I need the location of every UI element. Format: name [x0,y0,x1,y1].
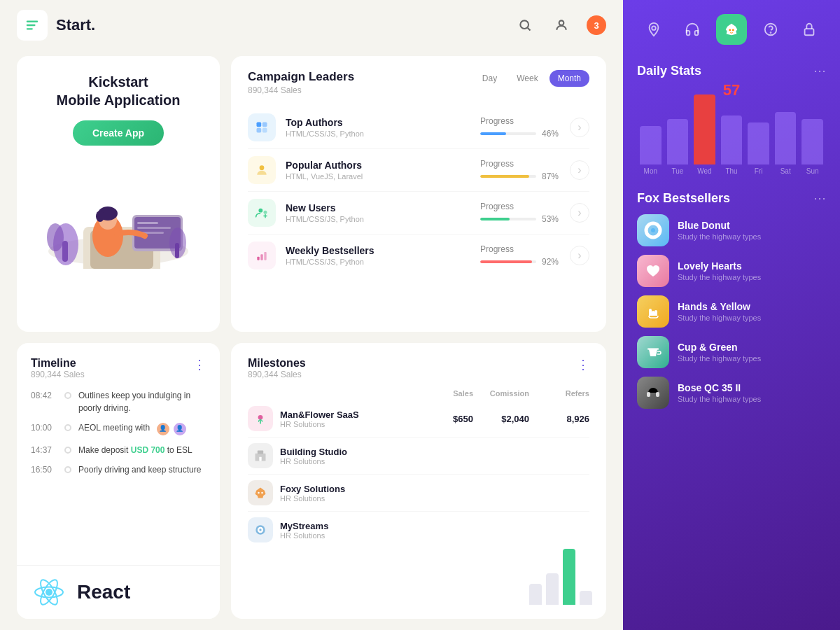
timeline-item-1: 08:42 Outlines keep you indulging in poo… [31,389,206,414]
weekly-bestsellers-progress: Progress 92% [480,244,564,267]
tab-week[interactable]: Week [508,70,546,87]
svg-rect-32 [264,252,266,260]
svg-line-4 [528,28,531,31]
svg-rect-56 [656,392,659,397]
weekly-bestsellers-arrow[interactable]: › [570,246,589,265]
timeline-card: Timeline 890,344 Sales ⋮ 08:42 Outlines … [17,343,220,619]
notification-badge[interactable]: 3 [587,15,606,35]
milestones-more-button[interactable]: ⋮ [577,357,589,372]
sidebar-icon-question[interactable] [755,14,786,45]
campaign-row-weekly-bestsellers: Weekly Bestsellers HTML/CSS/JS, Python P… [248,234,589,276]
svg-rect-51 [805,29,814,35]
tab-month[interactable]: Month [550,70,589,87]
user-icon[interactable] [550,14,573,36]
popular-authors-arrow[interactable]: › [570,160,589,180]
top-authors-progress: Progress 46% [480,116,564,139]
svg-point-27 [260,165,265,170]
svg-rect-39 [258,451,263,454]
lovely-hearts-thumb [637,255,669,287]
sidebar-icon-fox[interactable] [716,14,747,45]
popular-authors-tech: HTML, VueJS, Laravel [286,172,480,181]
top-authors-info: Top Authors HTML/CSS/JS, Python [286,117,480,138]
top-authors-tech: HTML/CSS/JS, Python [286,130,480,138]
bar-sun: Sun [802,119,823,175]
top-authors-arrow[interactable]: › [570,118,589,137]
svg-rect-22 [175,243,179,258]
top-authors-name: Top Authors [286,117,480,128]
weekly-bestsellers-icon [248,241,276,270]
create-app-button[interactable]: Create App [73,120,164,146]
svg-point-41 [258,492,260,494]
fb-item-bose-qc35[interactable]: Bose QC 35 II Study the highway types [637,377,826,409]
right-sidebar: Daily Stats ⋯ 57 Mon Tue Wed Thu [623,0,840,630]
campaign-info: Campaign Leaders 890,344 Sales [248,70,354,95]
campaign-row-new-users: New Users HTML/CSS/JS, Python Progress 5… [248,192,589,234]
fb-item-hands-yellow[interactable]: Hands & Yellow Study the highway types [637,295,826,328]
svg-point-46 [652,26,656,30]
top-authors-icon [248,113,276,141]
daily-stats-chart: Mon Tue Wed Thu Fri Sat [637,105,826,175]
campaign-title: Campaign Leaders [248,70,354,84]
fox-bestsellers-title: Fox Bestsellers [637,191,730,206]
svg-rect-14 [137,222,158,224]
weekly-bestsellers-tech: HTML/CSS/JS, Python [286,258,480,266]
tab-day[interactable]: Day [474,70,505,87]
bose-qc35-thumb [637,377,669,409]
fox-bestsellers-header: Fox Bestsellers ⋯ [637,190,826,206]
milestones-col-headers: Sales Comission Refers [248,389,589,398]
svg-rect-23 [257,122,262,127]
timeline-item-4: 16:50 Poorly driving and keep structure [31,463,206,476]
daily-stats-more[interactable]: ⋯ [813,63,826,78]
campaign-header: Campaign Leaders 890,344 Sales Day Week … [248,70,589,95]
popular-authors-info: Popular Authors HTML, VueJS, Laravel [286,160,480,181]
bar-tue: Tue [667,119,689,175]
svg-rect-25 [257,128,262,133]
man-flower-icon [248,406,273,431]
sidebar-top-icons [623,0,840,52]
main-area: Start. 3 Kickstart Mobile Application [0,0,623,630]
bar-fri: Fri [748,122,769,175]
svg-point-3 [520,20,528,29]
svg-point-47 [729,29,731,31]
illustration [31,157,206,269]
header: Start. 3 [0,0,623,50]
svg-point-50 [770,32,771,33]
svg-rect-54 [648,348,659,350]
search-icon[interactable] [514,14,536,36]
hands-yellow-thumb [637,295,669,328]
svg-point-37 [258,415,263,420]
daily-stats-peak: 57 [637,81,826,99]
milestone-row-foxy-solutions: Foxy Solutions HR Solutions [248,475,589,512]
cup-green-thumb [637,336,669,368]
svg-rect-30 [257,257,259,260]
logo-text: Start. [56,16,95,34]
react-banner: React [17,565,220,619]
timeline-more-button[interactable]: ⋮ [193,357,206,372]
fb-item-cup-green[interactable]: Cup & Green Study the highway types [637,336,826,368]
new-users-tech: HTML/CSS/JS, Python [286,215,480,223]
new-users-arrow[interactable]: › [570,203,589,223]
fb-item-lovely-hearts[interactable]: Lovely Hearts Study the highway types [637,255,826,287]
bar-thu: Thu [721,115,743,175]
new-users-name: New Users [286,202,480,214]
timeline-item-3: 14:37 Make deposit USD 700 to ESL [31,444,206,456]
fox-bestsellers-more[interactable]: ⋯ [813,190,826,206]
bar-wed: Wed [694,94,715,175]
campaign-subtitle: 890,344 Sales [248,85,354,95]
man-flower-sales: $650 [435,414,484,424]
milestones-header: Milestones 890,344 Sales ⋮ [248,357,589,379]
svg-rect-40 [259,457,261,461]
foxy-solutions-icon [248,480,273,505]
svg-rect-24 [262,122,267,127]
sidebar-icon-headphones[interactable] [677,14,708,45]
kickstart-title: Kickstart Mobile Application [56,73,180,109]
sidebar-icon-location[interactable] [638,14,669,45]
svg-rect-31 [260,254,262,260]
blue-donut-thumb [637,214,669,246]
timeline-title: Timeline [31,357,206,370]
sidebar-icon-lock[interactable] [794,14,825,45]
weekly-bestsellers-info: Weekly Bestsellers HTML/CSS/JS, Python [286,245,480,266]
fb-item-blue-donut[interactable]: Blue Donut Study the highway types [637,214,826,246]
building-studio-name: Building Studio [280,447,347,457]
popular-authors-progress: Progress 87% [480,159,564,181]
